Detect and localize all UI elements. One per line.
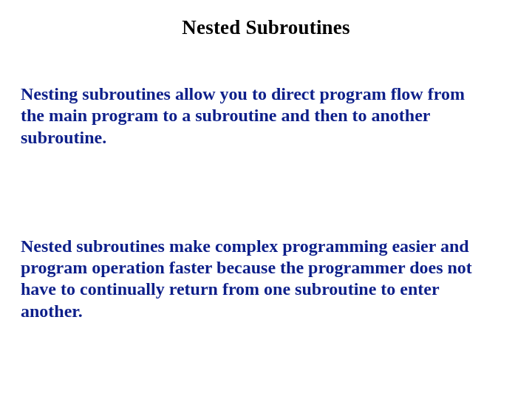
body-paragraph-2: Nested subroutines make complex programm… [21,236,511,322]
slide-container: Nested Subroutines Nesting subroutines a… [0,0,532,399]
body-paragraph-1: Nesting subroutines allow you to direct … [21,83,511,149]
slide-title: Nested Subroutines [21,16,511,39]
